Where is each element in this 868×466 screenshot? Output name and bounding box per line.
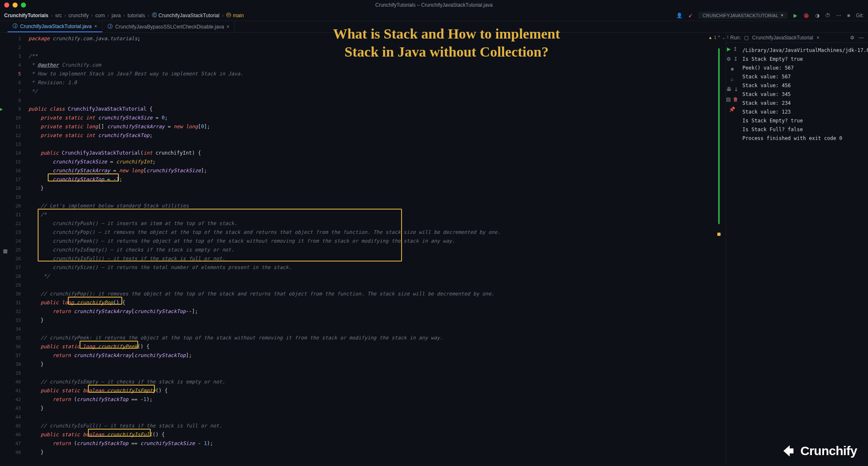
run-tool-window: Run: ▢ CrunchifyJavaStackTutorial × ⚙ — …	[726, 33, 868, 466]
code-area[interactable]: package crunchify.com.java.tutorials; /*…	[24, 33, 712, 466]
project-tool-icon[interactable]: ▦	[3, 248, 8, 254]
run-up-icon[interactable]: ↥	[733, 46, 737, 52]
breadcrumb-tutorials[interactable]: tutorials	[128, 13, 145, 18]
minimap-warning-mark[interactable]	[717, 233, 721, 236]
out-line: Is Stack Full? false	[742, 125, 868, 134]
out-line: Stack value: 123	[742, 108, 868, 116]
crunchify-logo-text: Crunchify	[800, 444, 857, 458]
editor-tabs: Ⓙ CrunchifyJavaStackTutorial.java × Ⓙ Cr…	[0, 21, 868, 33]
crunchify-logo: Crunchify	[781, 443, 857, 458]
breadcrumb-project[interactable]: CrunchifyTutorials	[4, 13, 49, 18]
minimize-panel-icon[interactable]: —	[859, 35, 864, 41]
more-run-icon[interactable]: ⋯	[836, 13, 841, 18]
breadcrumb[interactable]: CrunchifyTutorials › src › crunchify › c…	[4, 12, 244, 19]
tab-label: CrunchifyJavaBypassSSLCertCheckDisable.j…	[115, 24, 224, 30]
breadcrumb-src[interactable]: src	[55, 13, 62, 18]
out-line: Peek() value: 567	[742, 64, 868, 72]
run-output[interactable]: /Library/Java/JavaVirtualMachines/jdk-17…	[738, 43, 868, 466]
stop-icon[interactable]: ■	[847, 13, 850, 18]
line-numbers: 12345678 9▶ 1011121314151617181920 21222…	[8, 33, 24, 466]
out-line: Is Stack Empty? true	[742, 116, 868, 125]
out-line: Stack value: 234	[742, 99, 868, 108]
git-label: Git:	[856, 13, 864, 18]
nav-up-icon[interactable]: ^	[718, 35, 720, 40]
breadcrumb-method[interactable]: main	[233, 13, 244, 18]
run-settings-icon[interactable]: ⚙	[726, 56, 731, 62]
debug-icon[interactable]: 🐞	[803, 13, 809, 18]
java-file-icon: Ⓙ	[13, 23, 18, 30]
export-icon[interactable]: ⤓	[734, 86, 738, 92]
code-editor[interactable]: 12345678 9▶ 1011121314151617181920 21222…	[8, 33, 726, 466]
breadcrumb-crunchify[interactable]: crunchify	[69, 13, 89, 18]
run-config-label: CRUNCHIFYJAVASTACKTUTORIAL	[703, 13, 778, 18]
layout-icon[interactable]: ▤	[726, 96, 731, 102]
minimize-window-icon[interactable]	[13, 3, 18, 8]
back-icon[interactable]: ↙	[688, 13, 693, 18]
out-line: Is Stack Empty? true	[742, 55, 868, 64]
tab-label: CrunchifyJavaStackTutorial.java	[20, 23, 92, 29]
breadcrumb-com[interactable]: com	[95, 13, 105, 18]
window-controls[interactable]	[4, 3, 26, 8]
crunchify-logo-icon	[781, 443, 796, 458]
chevron-down-icon: ▾	[781, 13, 783, 18]
class-icon: Ⓒ	[152, 12, 157, 19]
stop-icon[interactable]: ■	[731, 66, 734, 72]
user-icon[interactable]: 👤	[676, 13, 683, 18]
breadcrumb-java[interactable]: java	[112, 13, 121, 18]
out-line: Process finished with exit code 0	[742, 134, 868, 143]
out-line: Stack value: 567	[742, 72, 868, 81]
out-line: Stack value: 456	[742, 81, 868, 90]
run-toolbar: ▶↥ ⚙↧ ■ ⌕ 🖶⤓ ▤🗑 📌	[726, 43, 738, 466]
close-icon[interactable]: ×	[227, 24, 229, 30]
run-config-tab-label[interactable]: CrunchifyJavaStackTutorial	[752, 35, 813, 41]
editor-status-gutter: ▲ 1 ^ ⌄ ⠇	[712, 33, 726, 466]
run-icon[interactable]: ▶	[793, 13, 797, 18]
print-icon[interactable]: 🖶	[726, 86, 731, 92]
run-down-icon[interactable]: ↧	[734, 56, 738, 62]
rerun-icon[interactable]: ▶	[727, 46, 731, 52]
more-icon[interactable]: ⠇	[727, 35, 730, 40]
coverage-icon[interactable]: ◑	[815, 13, 819, 18]
delete-icon[interactable]: 🗑	[733, 96, 738, 102]
window-title: CrunchifyTutorials – CrunchifyJavaStackT…	[0, 0, 868, 10]
close-icon[interactable]: ×	[816, 35, 819, 41]
close-window-icon[interactable]	[4, 3, 9, 8]
left-tool-strip: ▦ Project ◉ Commit ⧉ Pull Requests 🔖 Boo…	[0, 33, 8, 466]
settings-icon[interactable]: ⚙	[850, 35, 855, 41]
run-config-select[interactable]: CRUNCHIFYJAVASTACKTUTORIAL ▾	[698, 12, 788, 19]
tab-crunchify-ssl[interactable]: Ⓙ CrunchifyJavaBypassSSLCertCheckDisable…	[103, 21, 235, 32]
java-file-icon: Ⓙ	[108, 23, 113, 30]
nav-down-icon[interactable]: ⌄	[722, 35, 725, 40]
maximize-window-icon[interactable]	[21, 3, 26, 8]
breadcrumb-class[interactable]: CrunchifyJavaStackTutorial	[159, 13, 220, 18]
warning-count: 1	[714, 35, 716, 40]
profile-icon[interactable]: ⏱	[825, 13, 830, 18]
run-config-tab-icon: ▢	[744, 35, 749, 41]
tab-crunchify-stack[interactable]: Ⓙ CrunchifyJavaStackTutorial.java ×	[8, 21, 103, 32]
method-icon: ⓜ	[226, 12, 231, 19]
run-path: /Library/Java/JavaVirtualMachines/jdk-17…	[742, 46, 868, 55]
minimap-mark	[718, 48, 720, 224]
run-header-label: Run:	[730, 35, 741, 41]
close-icon[interactable]: ×	[94, 23, 97, 29]
filter-icon[interactable]: ⌕	[731, 76, 734, 82]
pin-icon[interactable]: 📌	[729, 106, 735, 112]
out-line: Stack value: 345	[742, 90, 868, 99]
